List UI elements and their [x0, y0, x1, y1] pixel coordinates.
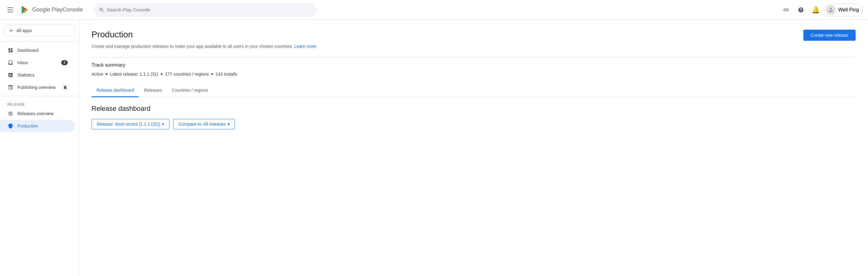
tab-countries-regions[interactable]: Countries / regions — [167, 84, 213, 97]
track-status: Active — [92, 72, 103, 76]
track-dot-3 — [211, 73, 213, 75]
releases-overview-icon — [7, 110, 13, 117]
sidebar-publishing-label: Publishing overview — [17, 85, 56, 90]
track-summary-info: Active Latest release: 1.1.1 (31) 177 co… — [92, 72, 856, 76]
topbar-actions: 🔔 Well Ping — [780, 3, 863, 16]
header-divider — [92, 57, 856, 58]
logo-google-text: Google Play — [32, 6, 62, 13]
link-icon — [783, 7, 789, 13]
section-title: Release dashboard — [92, 105, 856, 113]
sidebar-item-production[interactable]: Production — [0, 120, 75, 132]
sidebar-releases-overview-label: Releases overview — [17, 111, 54, 116]
avatar — [826, 5, 836, 15]
page-header: Production Create new release — [92, 30, 856, 41]
help-icon-button[interactable] — [795, 4, 807, 16]
sidebar-item-inbox[interactable]: Inbox 4 — [0, 57, 75, 69]
compare-filter-chevron: ▾ — [227, 122, 230, 127]
track-summary-title: Track summary — [92, 62, 856, 68]
inbox-icon — [7, 60, 13, 66]
filters: Release: Most recent (1.1.1 (31)) ▾ Comp… — [92, 119, 856, 129]
inbox-badge: 4 — [61, 60, 68, 65]
track-installs: 143 installs — [215, 72, 237, 76]
topbar: Google PlayConsole 🔔 W — [0, 0, 868, 20]
all-apps-button[interactable]: All apps — [4, 25, 75, 36]
tab-releases[interactable]: Releases — [139, 84, 166, 97]
compare-filter-button[interactable]: Compare to: All releases ▾ — [173, 119, 235, 129]
search-input[interactable] — [106, 7, 312, 12]
statistics-icon — [7, 72, 13, 78]
help-icon — [798, 7, 804, 13]
sidebar-production-label: Production — [17, 124, 38, 129]
all-apps-label: All apps — [17, 28, 32, 33]
sidebar-inbox-label: Inbox — [17, 60, 28, 65]
release-filter-button[interactable]: Release: Most recent (1.1.1 (31)) ▾ — [92, 119, 169, 129]
track-countries: 177 countries / regions — [165, 72, 209, 76]
menu-icon[interactable] — [5, 5, 16, 15]
track-dot-2 — [161, 73, 163, 75]
production-icon — [7, 123, 13, 129]
link-icon-button[interactable] — [780, 4, 792, 16]
bell-icon: 🔔 — [811, 6, 820, 14]
back-arrow-icon — [9, 28, 14, 33]
dashboard-icon — [7, 47, 13, 54]
release-filter-label: Release: Most recent (1.1.1 (31)) — [97, 122, 160, 127]
sidebar-item-publishing-overview[interactable]: Publishing overview — [0, 81, 75, 94]
track-release: Latest release: 1.1.1 (31) — [110, 72, 158, 76]
avatar-icon — [828, 7, 834, 13]
sidebar-item-statistics[interactable]: Statistics — [0, 69, 75, 81]
content-tabs: Release dashboard Releases Countries / r… — [92, 84, 856, 97]
sidebar: All apps Dashboard Inbox 4 — [0, 20, 79, 276]
app-logo: Google PlayConsole — [19, 4, 83, 15]
publishing-mute-icon — [63, 85, 68, 90]
track-dot-1 — [106, 73, 107, 75]
sidebar-divider-2 — [0, 96, 79, 96]
sidebar-item-dashboard[interactable]: Dashboard — [0, 44, 75, 57]
learn-more-link[interactable]: Learn more — [294, 44, 316, 49]
sidebar-item-releases-overview[interactable]: Releases overview — [0, 107, 75, 120]
notification-button[interactable]: 🔔 — [810, 4, 822, 16]
user-name: Well Ping — [838, 7, 859, 13]
main-layout: All apps Dashboard Inbox 4 — [0, 20, 868, 276]
play-logo-icon — [19, 4, 30, 15]
search-bar[interactable] — [94, 3, 316, 17]
sidebar-divider-1 — [0, 41, 79, 42]
main-content: Production Create new release Create and… — [79, 20, 868, 276]
publishing-icon — [7, 84, 13, 91]
sidebar-dashboard-label: Dashboard — [17, 48, 39, 53]
release-filter-chevron: ▾ — [162, 122, 164, 127]
page-title: Production — [92, 30, 133, 39]
search-icon — [99, 7, 104, 13]
release-section-label: Release — [0, 99, 79, 107]
page-subtitle: Create and manage production releases to… — [92, 43, 856, 50]
tab-release-dashboard[interactable]: Release dashboard — [92, 84, 139, 97]
compare-filter-label: Compare to: All releases — [178, 122, 226, 127]
logo-console-text: Console — [62, 6, 83, 13]
create-new-release-button[interactable]: Create new release — [803, 30, 856, 41]
user-chip[interactable]: Well Ping — [825, 3, 863, 16]
sidebar-statistics-label: Statistics — [17, 73, 35, 77]
subtitle-text: Create and manage production releases to… — [92, 44, 293, 49]
